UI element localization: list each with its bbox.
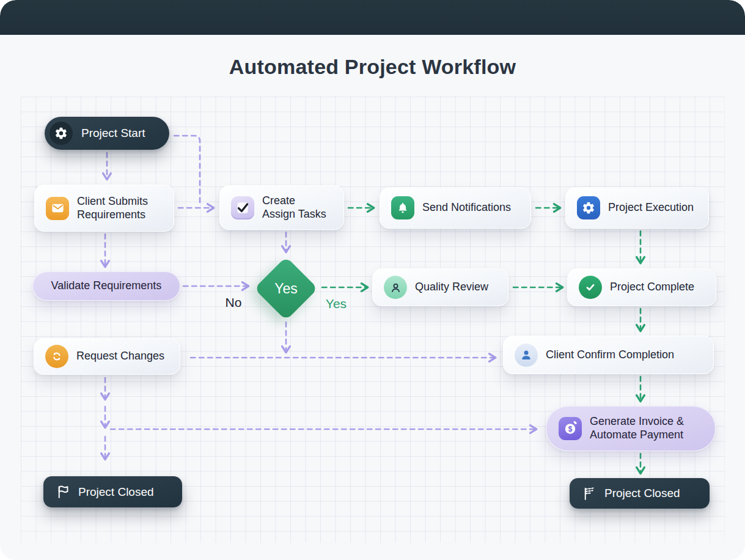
node-label: Request Changes (76, 350, 164, 363)
node-send-notifications[interactable]: Send Notifications (380, 187, 531, 229)
node-label: Project Execution (608, 201, 694, 215)
node-label: Quality Review (415, 281, 488, 294)
envelope-icon (46, 197, 69, 220)
node-project-complete[interactable]: Project Complete (567, 268, 716, 306)
gear-icon (50, 122, 73, 145)
node-project-start[interactable]: Project Start (45, 117, 169, 150)
node-create-assign-tasks[interactable]: Create Assign Tasks (219, 185, 344, 230)
node-label: Project Complete (610, 281, 694, 294)
workflow-page: Automated Project Workflow (0, 0, 745, 560)
user-icon (515, 344, 538, 367)
node-label: Client Submits Requirements (77, 195, 148, 222)
node-validate-requirements[interactable]: Validate Requirements (32, 271, 180, 301)
node-label: Project Start (81, 126, 145, 140)
node-project-closed-left[interactable]: Project Closed (43, 476, 182, 507)
checkbox-icon (231, 196, 254, 219)
node-request-changes[interactable]: Request Changes (34, 338, 180, 375)
label-line-1: Generate Invoice & (590, 415, 684, 427)
node-label: Client Confirm Completion (546, 348, 674, 362)
node-project-execution[interactable]: Project Execution (565, 187, 709, 229)
dollar-icon: $ (559, 417, 582, 440)
node-client-submits-requirements[interactable]: Client Submits Requirements (34, 185, 174, 232)
node-label: Project Closed (604, 486, 680, 500)
node-generate-invoice[interactable]: $ Generate Invoice & Automate Payment (546, 406, 716, 451)
label-line-1: Client Submits (77, 195, 148, 207)
node-project-closed-right[interactable]: Project Closed (570, 478, 710, 509)
label-line-2: Automate Payment (590, 429, 683, 441)
node-label: Generate Invoice & Automate Payment (590, 415, 684, 442)
label-line-1: Create (262, 194, 295, 207)
node-label: Validate Requirements (51, 279, 162, 293)
node-client-confirm-completion[interactable]: Client Confirm Completion (503, 336, 714, 374)
svg-text:$: $ (568, 425, 573, 433)
edge-label-yes: Yes (318, 297, 354, 311)
bell-icon (391, 196, 414, 219)
gear-icon (577, 196, 600, 219)
node-label: Project Closed (78, 485, 154, 499)
flag-icon (56, 484, 71, 499)
node-label: Create Assign Tasks (262, 194, 326, 221)
node-decision-diamond[interactable]: Yes (257, 259, 315, 318)
refresh-icon (45, 345, 68, 368)
decision-label: Yes (257, 259, 315, 318)
node-label: Send Notifications (422, 201, 511, 215)
node-quality-review[interactable]: Quality Review (372, 268, 508, 306)
check-circle-icon (579, 276, 602, 299)
user-icon (384, 276, 407, 299)
edge-start-elbow-to-create (174, 136, 200, 205)
label-line-2: Requirements (77, 208, 145, 221)
edge-label-no: No (215, 295, 252, 310)
flag-icon (582, 486, 597, 501)
label-line-2: Assign Tasks (262, 208, 326, 220)
